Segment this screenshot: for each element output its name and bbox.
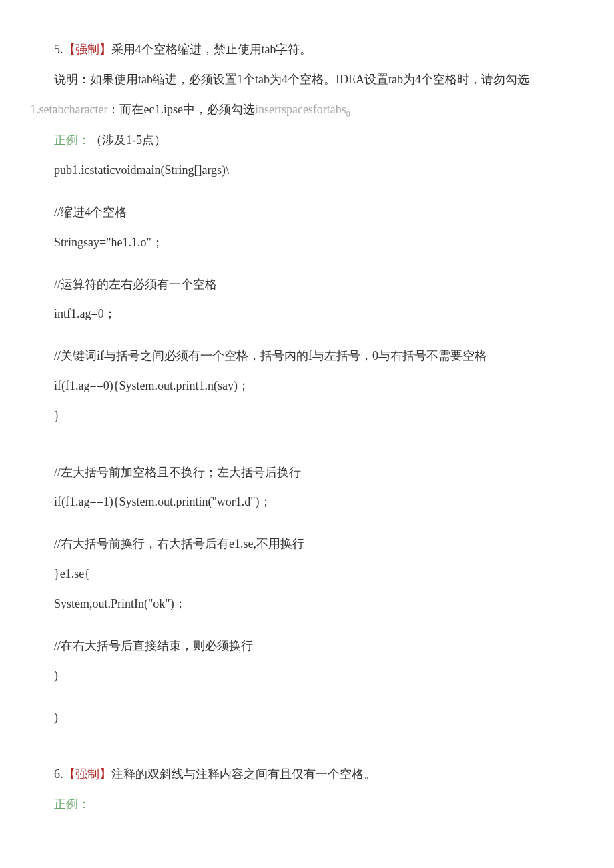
rule5-positive-note: （涉及1-5点） bbox=[90, 133, 166, 147]
code-l5: } bbox=[30, 406, 584, 426]
rule6-positive-label: 正例： bbox=[54, 797, 90, 811]
code-l6: if(f1.ag==1){System.out.printin("wor1.d"… bbox=[30, 492, 584, 512]
rule5-num: 5. bbox=[54, 43, 63, 56]
code-l4: if(f1.ag==0){System.out.print1.n(say)； bbox=[30, 376, 584, 396]
code-l2: Stringsay="he1.1.o"； bbox=[30, 233, 584, 252]
spacer bbox=[30, 522, 584, 534]
rule6-title: 注释的双斜线与注释内容之间有且仅有一个空格。 bbox=[111, 767, 376, 781]
rule5-tag: 【强制】 bbox=[63, 43, 111, 56]
rule5-explain-line2: 1.setabcharacter：而在ec1.ipse中，必须勾选inserts… bbox=[30, 100, 584, 121]
spacer-large bbox=[30, 436, 584, 463]
code-c1: //缩进4个空格 bbox=[30, 203, 584, 222]
code-c2: //运算符的左右必须有一个空格 bbox=[30, 275, 584, 294]
code-c4: //左大括号前加空格且不换行；左大括号后换行 bbox=[30, 463, 584, 482]
code-l8: System,out.PrintIn("ok")； bbox=[30, 594, 584, 614]
rule5-title: 采用4个空格缩进，禁止使用tab字符。 bbox=[111, 43, 312, 56]
code-c5: //右大括号前换行，右大括号后有e1.se,不用换行 bbox=[30, 534, 584, 554]
code-l1: pub1.icstaticvoidmain(String[]args)\ bbox=[30, 161, 584, 180]
rule5-explain-mid: ：而在ec1.ipse中，必须勾选 bbox=[107, 103, 254, 116]
rule5-positive: 正例：（涉及1-5点） bbox=[30, 131, 584, 150]
rule5-explain-line1: 说明：如果使用tab缩进，必须设置1个tab为4个空格。IDEA设置tab为4个… bbox=[30, 70, 584, 89]
spacer bbox=[30, 334, 584, 346]
code-l9: ) bbox=[30, 666, 584, 685]
code-l7: }e1.se{ bbox=[30, 564, 584, 584]
rule5-header: 5.【强制】采用4个空格缩进，禁止使用tab字符。 bbox=[30, 40, 584, 59]
code-l3: intf1.ag=0； bbox=[30, 304, 584, 324]
rule6-header: 6.【强制】注释的双斜线与注释内容之间有且仅有一个空格。 bbox=[30, 765, 584, 784]
rule6-positive: 正例： bbox=[30, 795, 584, 814]
rule5-explain-prefix: 说明：如果使用tab缩进，必须设置1个tab为4个空格。IDEA设置tab为4个… bbox=[54, 73, 529, 86]
rule5-gray2: insertspacesfortabs bbox=[255, 103, 346, 116]
spacer bbox=[30, 624, 584, 636]
spacer bbox=[30, 191, 584, 203]
spacer bbox=[30, 263, 584, 275]
code-c3: //关键词if与括号之间必须有一个空格，括号内的f与左括号，0与右括号不需要空格 bbox=[30, 346, 584, 366]
rule6-tag: 【强制】 bbox=[63, 767, 111, 781]
spacer bbox=[30, 696, 584, 708]
rule5-gray1: 1.setabcharacter bbox=[30, 103, 107, 116]
code-c6: //在右大括号后直接结束，则必须换行 bbox=[30, 636, 584, 656]
rule5-sub: 0 bbox=[346, 109, 350, 118]
rule6-num: 6. bbox=[54, 767, 63, 781]
rule5-positive-label: 正例： bbox=[54, 133, 90, 147]
spacer-large bbox=[30, 738, 584, 765]
code-l10: ) bbox=[30, 708, 584, 727]
